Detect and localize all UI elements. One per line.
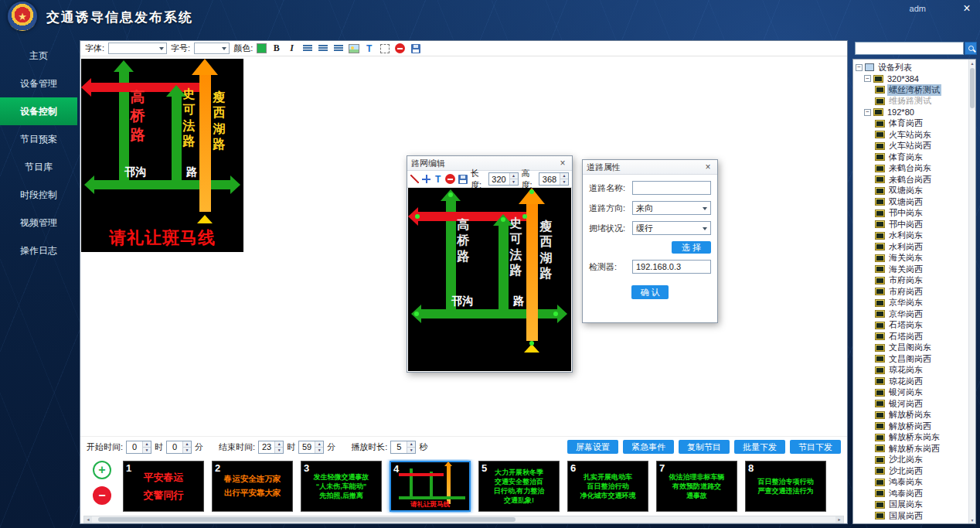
size-select[interactable] xyxy=(194,43,230,54)
save-icon[interactable] xyxy=(458,173,468,185)
spinner-arrows[interactable] xyxy=(407,441,415,453)
confirm-button[interactable]: 确 认 xyxy=(631,285,668,299)
vertical-scrollbar[interactable] xyxy=(968,60,975,523)
device-search-input[interactable] xyxy=(855,42,964,55)
align-right-icon[interactable] xyxy=(332,43,344,54)
close-icon[interactable]: × xyxy=(557,158,568,169)
username[interactable]: adm xyxy=(910,4,926,13)
sidebar-item-program-plan[interactable]: 节目预案 xyxy=(0,125,77,153)
program-thumbnail-5[interactable]: 5大力开展秋冬季交通安全整治百日行动,有力整治交通乱象! xyxy=(478,461,560,512)
program-thumbnail-4[interactable]: 4请礼让斑马线 xyxy=(390,461,471,512)
tree-device[interactable]: 琼花岗东 xyxy=(853,365,968,376)
align-center-icon[interactable] xyxy=(317,43,328,54)
close-icon[interactable]: × xyxy=(703,162,713,172)
sidebar-item-video-management[interactable]: 视频管理 xyxy=(0,209,77,237)
delete-icon[interactable] xyxy=(445,173,455,185)
tree-device[interactable]: 京华岗东 xyxy=(853,298,968,309)
tree-group-192*80[interactable]: −192*80 xyxy=(853,107,968,118)
copy-program-button[interactable]: 复制节目 xyxy=(679,440,730,454)
tree-device[interactable]: 火车站岗西 xyxy=(853,141,968,152)
sidebar-item-program-library[interactable]: 节目库 xyxy=(0,153,77,181)
collapse-icon[interactable]: − xyxy=(856,64,863,71)
window-close-button[interactable]: × xyxy=(960,2,974,15)
program-thumbnail-7[interactable]: 7依法治理非标车辆有效预防道路交通事故 xyxy=(656,461,737,512)
tree-device[interactable]: 来鹤台岗东 xyxy=(853,163,968,175)
sidebar-item-device-management[interactable]: 设备管理 xyxy=(0,70,77,97)
start-minute-spinner[interactable]: 0 xyxy=(166,441,192,454)
spinner-arrows[interactable] xyxy=(315,441,323,453)
text-tool-icon[interactable]: T xyxy=(434,173,442,185)
batch-send-button[interactable]: 批量下发 xyxy=(734,440,785,454)
tree-device[interactable]: 沙北岗西 xyxy=(853,465,968,477)
tree-device[interactable]: 石塔岗东 xyxy=(853,320,968,332)
screen-settings-button[interactable]: 屏幕设置 xyxy=(567,440,618,454)
tree-device[interactable]: 银河岗东 xyxy=(853,387,968,399)
sidebar-item-operation-log[interactable]: 操作日志 xyxy=(0,237,77,264)
emergency-event-button[interactable]: 紧急事件 xyxy=(623,440,674,454)
color-swatch[interactable] xyxy=(257,43,267,53)
scroll-right-icon[interactable] xyxy=(835,516,843,523)
tree-device[interactable]: 市府岗东 xyxy=(853,275,968,287)
collapse-icon[interactable]: − xyxy=(864,75,871,82)
program-thumbnail-2[interactable]: 2春运安全连万家出行平安靠大家 xyxy=(212,461,293,512)
search-button[interactable] xyxy=(965,42,977,55)
start-hour-spinner[interactable]: 0 xyxy=(126,441,151,454)
tree-device[interactable]: 解放桥岗东 xyxy=(853,410,968,421)
save-icon[interactable] xyxy=(410,43,421,54)
tree-device[interactable]: 邗中岗东 xyxy=(853,208,968,220)
length-spinner[interactable]: 320 xyxy=(488,172,519,186)
tree-device[interactable]: 解放桥东岗东 xyxy=(853,432,968,444)
tree-device[interactable]: 双塘岗西 xyxy=(853,196,968,208)
text-tool-icon[interactable]: T xyxy=(363,43,375,54)
move-cross-icon[interactable] xyxy=(422,173,430,185)
tree-device[interactable]: 银河岗西 xyxy=(853,398,968,410)
tree-device[interactable]: 沙北岗东 xyxy=(853,455,968,466)
roadnet-dialog-titlebar[interactable]: 路网编辑 × xyxy=(407,156,572,171)
collapse-icon[interactable]: − xyxy=(864,109,871,116)
align-left-icon[interactable] xyxy=(301,43,313,54)
tree-device[interactable]: 鸿泰岗东 xyxy=(853,477,968,489)
scrollbar-thumb[interactable] xyxy=(970,68,975,108)
tree-device[interactable]: 双塘岗东 xyxy=(853,186,968,197)
sidebar-item-device-control[interactable]: 设备控制 xyxy=(0,97,77,125)
draw-line-icon[interactable] xyxy=(410,173,419,185)
bold-button[interactable]: B xyxy=(271,43,282,54)
spinner-arrows[interactable] xyxy=(182,441,191,453)
tree-device[interactable]: 琼花岗西 xyxy=(853,376,968,387)
detector-input[interactable]: 192.168.0.3 xyxy=(632,260,711,274)
end-minute-spinner[interactable]: 59 xyxy=(298,441,324,454)
tree-device[interactable]: 国展岗西 xyxy=(853,510,968,522)
remove-program-button[interactable]: − xyxy=(93,486,111,505)
tree-device[interactable]: 邗中岗西 xyxy=(853,219,968,230)
scrollbar-thumb[interactable] xyxy=(98,517,516,522)
program-thumbnail-8[interactable]: 8百日整治专项行动严查交通违法行为 xyxy=(745,461,826,512)
tree-device[interactable]: 火车站岗东 xyxy=(853,129,968,141)
height-spinner[interactable]: 368 xyxy=(539,172,569,186)
spinner-arrows[interactable] xyxy=(274,441,283,453)
road-direction-select[interactable]: 来向 xyxy=(632,201,711,215)
program-thumbnail-3[interactable]: 3发生轻微交通事故“人未伤,车能动”先拍照,后撤离 xyxy=(301,461,382,512)
tree-device[interactable]: 螺丝湾桥测试 xyxy=(853,84,968,96)
delete-icon[interactable] xyxy=(394,43,406,54)
tree-device[interactable]: 来鹤台岗西 xyxy=(853,174,968,186)
spinner-arrows[interactable] xyxy=(509,173,518,185)
tree-device[interactable]: 海关岗东 xyxy=(853,253,968,264)
select-button[interactable]: 选 择 xyxy=(672,241,711,254)
tree-device[interactable]: 解放桥东岗西 xyxy=(853,443,968,455)
tree-device[interactable]: 水利岗东 xyxy=(853,230,968,242)
tree-device[interactable]: 体育岗东 xyxy=(853,152,968,163)
tree-device[interactable]: 京华岗西 xyxy=(853,308,968,320)
tree-device[interactable]: 解放桥岗西 xyxy=(853,421,968,432)
insert-image-icon[interactable] xyxy=(348,43,359,54)
end-hour-spinner[interactable]: 23 xyxy=(258,441,284,454)
tree-device[interactable]: 维扬路测试 xyxy=(853,96,968,107)
tree-device[interactable]: 海关岗西 xyxy=(853,264,968,275)
road-name-input[interactable] xyxy=(632,181,711,195)
roadprops-dialog-titlebar[interactable]: 道路属性 × xyxy=(583,160,717,175)
tree-device[interactable]: 石塔岗西 xyxy=(853,331,968,342)
spinner-arrows[interactable] xyxy=(560,173,568,185)
tree-device[interactable]: 鸿泰岗西 xyxy=(853,488,968,499)
tree-device[interactable]: 体育岗西 xyxy=(853,118,968,130)
horizontal-scrollbar[interactable] xyxy=(83,516,844,523)
congestion-select[interactable]: 缓行 xyxy=(632,221,711,235)
